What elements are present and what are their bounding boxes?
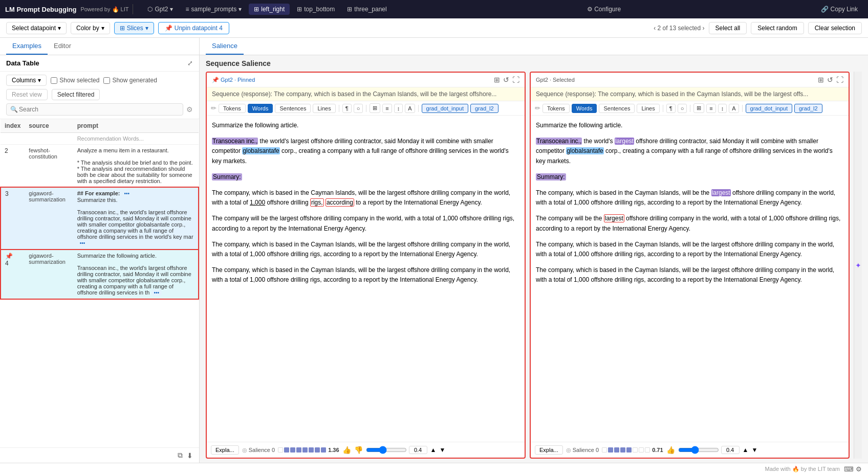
salience-bar: 1.36 xyxy=(278,447,339,453)
highlighted-word: Transocean inc., xyxy=(212,138,258,145)
table-row[interactable]: Recommendation Words... xyxy=(1,133,199,145)
grad-l2-button[interactable]: grad_l2 xyxy=(470,104,498,113)
sentences-button[interactable]: Sentences xyxy=(275,104,311,113)
keyboard-shortcut-button[interactable]: ⌨ xyxy=(844,465,854,473)
nav-tab-left-right[interactable]: ⊞ left_right xyxy=(249,4,290,15)
select-random-button[interactable]: Select random xyxy=(751,22,804,34)
body-para-2: The company will be the largest offshore… xyxy=(536,214,843,233)
select-all-button[interactable]: Select all xyxy=(709,22,747,34)
temperature-input[interactable] xyxy=(409,446,427,454)
show-selected-checkbox[interactable]: Show selected xyxy=(51,77,99,84)
left-panel: Examples Editor Data Table ⤢ Columns ▾ S… xyxy=(0,38,200,463)
fullscreen-button[interactable]: ⛶ xyxy=(836,76,843,84)
tokens-button[interactable]: Tokens xyxy=(219,104,246,113)
salience-col-2-footer: Expla... ◎ Salience 0 xyxy=(531,442,849,458)
lines-button[interactable]: Lines xyxy=(637,104,659,113)
tab-examples[interactable]: Examples xyxy=(6,38,48,55)
fullscreen-button[interactable]: ⛶ xyxy=(512,76,519,84)
duplicate-button[interactable]: ⧉ xyxy=(178,451,183,460)
main-layout: Examples Editor Data Table ⤢ Columns ▾ S… xyxy=(0,38,868,463)
circle-icon-button[interactable]: ○ xyxy=(354,104,363,113)
temperature-slider[interactable] xyxy=(678,446,719,454)
layout-icon-button[interactable]: ⊞ xyxy=(693,103,704,113)
words-button[interactable]: Words xyxy=(572,104,597,113)
select-datapoint-button[interactable]: Select datapoint ▾ xyxy=(6,22,67,34)
tab-editor[interactable]: Editor xyxy=(48,38,77,55)
layout-icon-button[interactable]: ⊞ xyxy=(370,103,380,113)
arrow-icon-button[interactable]: ↕ xyxy=(718,104,727,113)
panel-resize-handle[interactable]: ✦ xyxy=(854,72,862,459)
number-icon-button[interactable]: ¶ xyxy=(666,104,676,113)
separator xyxy=(366,105,366,112)
number-icon-button[interactable]: ¶ xyxy=(342,104,352,113)
refresh-button[interactable]: ↺ xyxy=(827,76,833,84)
expand-icon[interactable]: ⤢ xyxy=(187,59,193,67)
show-generated-checkbox[interactable]: Show generated xyxy=(103,77,157,84)
chevron-down-icon: ▾ xyxy=(145,25,148,32)
search-settings-icon[interactable]: ⚙ xyxy=(186,105,193,114)
body-para-3: The company, which is based in the Cayma… xyxy=(536,240,843,259)
settings-footer-button[interactable]: ⚙ xyxy=(856,465,862,473)
edit-icon[interactable]: ✏ xyxy=(535,104,540,112)
grad-l2-button[interactable]: grad_l2 xyxy=(794,104,822,113)
temp-down-button[interactable]: ▼ xyxy=(439,446,445,454)
salience-col-1-footer: Expla... ◎ Salience 0 xyxy=(207,442,525,458)
align-icon-button[interactable]: ≡ xyxy=(382,104,392,113)
tokens-button[interactable]: Tokens xyxy=(542,104,570,113)
col-header-index[interactable]: index xyxy=(1,119,25,133)
explain-button[interactable]: Expla... xyxy=(535,445,563,455)
thumbs-down-button[interactable]: 👎 xyxy=(354,446,363,454)
explain-button[interactable]: Expla... xyxy=(211,445,239,455)
temp-up-button[interactable]: ▲ xyxy=(743,446,749,454)
grad-dot-input-button[interactable]: grad_dot_input xyxy=(422,104,468,113)
thumbs-up-button[interactable]: 👍 xyxy=(666,446,675,454)
tab-salience[interactable]: Salience xyxy=(206,38,244,55)
align-icon-button[interactable]: ≡ xyxy=(706,104,715,113)
table-row[interactable]: 2 fewshot-constitution Analyze a menu it… xyxy=(1,145,199,188)
more-button[interactable]: ••• xyxy=(77,240,88,246)
nav-separator xyxy=(133,4,133,14)
thumbs-up-button[interactable]: 👍 xyxy=(342,446,351,454)
nav-tab-top-bottom[interactable]: ⊞ top_bottom xyxy=(292,4,340,15)
text-icon-button[interactable]: A xyxy=(405,104,415,113)
salience-column-1: 📌 Gpt2 · Pinned ⊞ ↺ ⛶ Sequence (response… xyxy=(206,72,526,459)
temp-down-button[interactable]: ▼ xyxy=(751,446,757,454)
temperature-control xyxy=(366,446,427,454)
slices-button[interactable]: ⊞ Slices ▾ xyxy=(114,22,154,34)
color-by-button[interactable]: Color by ▾ xyxy=(71,22,110,34)
lines-button[interactable]: Lines xyxy=(313,104,335,113)
temperature-slider[interactable] xyxy=(366,446,407,454)
search-input[interactable] xyxy=(6,103,183,116)
clear-selection-button[interactable]: Clear selection xyxy=(808,22,862,34)
table-row-pinned[interactable]: 📌 4 gigaword-summarization Summarize the… xyxy=(1,250,199,299)
configure-button[interactable]: ⚙ Configure xyxy=(582,4,626,15)
salience-icon: ◎ xyxy=(242,447,247,453)
grid-view-button[interactable]: ⊞ xyxy=(818,76,824,84)
refresh-button[interactable]: ↺ xyxy=(503,76,509,84)
text-icon-button[interactable]: A xyxy=(729,104,739,113)
grid-view-button[interactable]: ⊞ xyxy=(494,76,500,84)
words-button[interactable]: Words xyxy=(248,104,273,113)
more-button[interactable]: ••• xyxy=(151,289,162,296)
edit-icon[interactable]: ✏ xyxy=(211,104,216,112)
more-button[interactable]: ••• xyxy=(122,190,133,197)
circle-icon-button[interactable]: ○ xyxy=(678,104,687,113)
sentences-button[interactable]: Sentences xyxy=(599,104,635,113)
temperature-input[interactable] xyxy=(721,446,740,454)
arrow-icon-button[interactable]: ↕ xyxy=(394,104,403,113)
reset-view-button[interactable]: Reset view xyxy=(6,89,48,100)
copy-link-button[interactable]: 🔗 Copy Link xyxy=(816,4,863,15)
grad-dot-input-button[interactable]: grad_dot_input xyxy=(746,104,792,113)
separator xyxy=(663,105,663,112)
nav-tab-gpt2[interactable]: ⬡ Gpt2 ▾ xyxy=(142,4,178,15)
nav-tab-sample-prompts[interactable]: ≡ sample_prompts ▾ xyxy=(180,4,247,15)
temp-up-button[interactable]: ▲ xyxy=(430,446,437,454)
col-header-source[interactable]: source xyxy=(25,119,73,133)
columns-button[interactable]: Columns ▾ xyxy=(6,75,47,86)
col-header-prompt[interactable]: prompt xyxy=(73,119,199,133)
nav-tab-three-panel[interactable]: ⊞ three_panel xyxy=(342,4,392,15)
download-button[interactable]: ⬇ xyxy=(187,451,193,460)
unpin-datapoint-button[interactable]: 📌 Unpin datapoint 4 xyxy=(158,22,229,34)
table-row[interactable]: 3 gigaword-summarization ## For example:… xyxy=(1,187,199,250)
select-filtered-button[interactable]: Select filtered xyxy=(52,89,100,100)
